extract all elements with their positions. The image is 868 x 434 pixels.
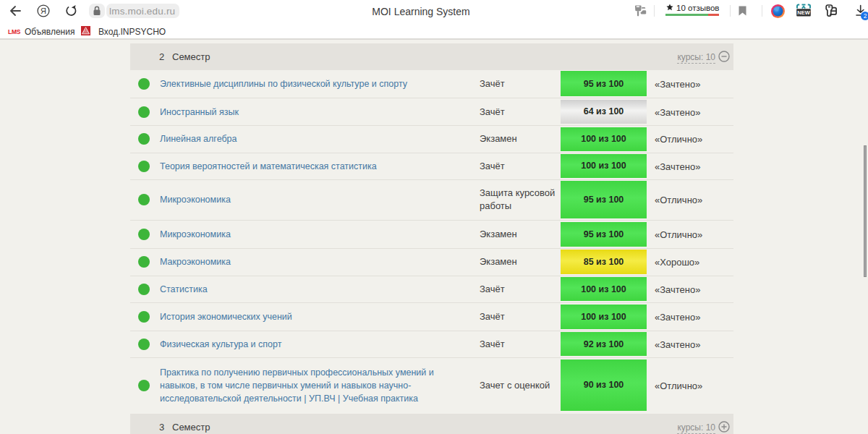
- svg-text:NEW: NEW: [797, 9, 810, 16]
